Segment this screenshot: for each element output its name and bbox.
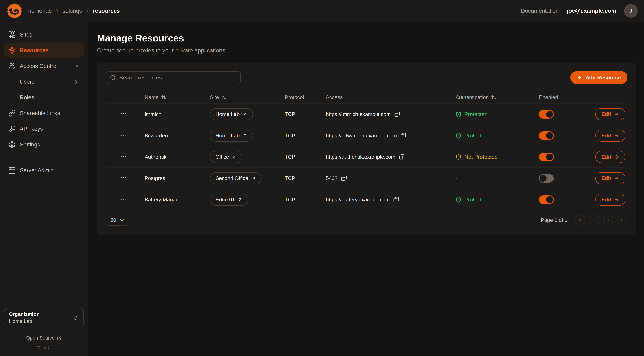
site-name: Office: [216, 154, 229, 160]
sidebar-item-roles[interactable]: Roles: [4, 90, 84, 105]
column-header-name[interactable]: Name: [144, 94, 210, 100]
sites-icon: [8, 31, 16, 38]
page-info: Page 1 of 1: [541, 217, 568, 223]
site-chip[interactable]: Home Lab: [210, 108, 253, 120]
avatar[interactable]: J: [624, 4, 638, 18]
resource-name: Authentik: [144, 154, 210, 160]
arrow-up-right-icon: [232, 154, 237, 159]
chevron-down-icon: [73, 63, 79, 69]
site-chip[interactable]: Office: [210, 151, 242, 163]
column-header-access: Access: [326, 94, 456, 100]
table-row: Authentik Office TCP https://authentik.e…: [106, 146, 628, 168]
edit-button[interactable]: Edit: [595, 151, 625, 163]
row-menu-button[interactable]: [120, 196, 126, 202]
copy-icon[interactable]: [393, 197, 399, 202]
access-url: 5432: [326, 175, 338, 181]
copy-icon[interactable]: [399, 154, 405, 160]
sidebar-item-api-keys[interactable]: API Keys: [4, 122, 84, 136]
sidebar-item-sites[interactable]: Sites: [4, 28, 84, 42]
site-chip[interactable]: Second Office: [210, 172, 262, 184]
users-icon: [8, 62, 16, 70]
sidebar-item-shareable-links[interactable]: Shareable Links: [4, 106, 84, 120]
site-chip[interactable]: Home Lab: [210, 130, 253, 142]
authentication-status: Protected: [456, 196, 539, 203]
organization-selector[interactable]: Organization Home Lab: [4, 308, 84, 327]
enabled-toggle[interactable]: [539, 132, 554, 140]
authentication-status: Protected: [456, 132, 539, 139]
column-header-protocol: Protocol: [285, 94, 326, 100]
arrow-up-right-icon: [242, 112, 247, 117]
documentation-link[interactable]: Documentation: [521, 8, 559, 14]
version-label: v1.3.0: [4, 345, 84, 350]
breadcrumb-org[interactable]: home-lab: [28, 8, 52, 14]
resource-name: Battery Manager: [144, 197, 210, 202]
sidebar-item-settings[interactable]: Settings: [4, 137, 84, 152]
copy-icon[interactable]: [394, 112, 400, 117]
open-source-link[interactable]: Open Source: [26, 335, 62, 341]
organization-value: Home Lab: [9, 318, 73, 324]
previous-page-button[interactable]: [589, 215, 599, 226]
arrow-right-icon: [614, 176, 619, 181]
search-input[interactable]: [106, 71, 241, 84]
link-icon: [8, 110, 16, 117]
sidebar-item-label: API Keys: [20, 126, 79, 132]
column-header-authentication[interactable]: Authentication: [456, 94, 539, 100]
authentication-status: -: [456, 175, 539, 182]
next-page-button[interactable]: [603, 215, 614, 226]
copy-icon[interactable]: [400, 133, 406, 138]
server-icon: [8, 167, 16, 174]
edit-label: Edit: [601, 133, 611, 138]
sidebar-item-label: Settings: [20, 141, 79, 148]
sidebar-item-server-admin[interactable]: Server Admin: [4, 163, 84, 178]
shield-icon: [456, 197, 462, 203]
edit-label: Edit: [601, 111, 611, 117]
sidebar-item-label: Sites: [20, 32, 79, 38]
enabled-toggle[interactable]: [539, 153, 554, 161]
edit-label: Edit: [601, 154, 611, 160]
column-header-site[interactable]: Site: [210, 94, 285, 100]
arrow-right-icon: [614, 112, 619, 117]
add-resource-button[interactable]: Add Resource: [570, 71, 628, 84]
access-url: https://battery.example.com: [326, 197, 390, 202]
user-email[interactable]: joe@example.com: [567, 8, 616, 14]
shield-icon: [456, 133, 462, 139]
edit-button[interactable]: Edit: [595, 108, 625, 120]
breadcrumb-settings[interactable]: settings: [62, 8, 82, 14]
site-chip[interactable]: Edge 01: [210, 194, 248, 206]
page-title: Manage Resources: [97, 32, 636, 44]
sidebar-item-label: Users: [20, 78, 69, 85]
sidebar-item-resources[interactable]: Resources: [4, 43, 84, 58]
edit-button[interactable]: Edit: [595, 194, 625, 206]
protocol-value: TCP: [285, 133, 326, 138]
row-menu-button[interactable]: [120, 174, 126, 181]
first-page-button[interactable]: [575, 215, 585, 226]
authentication-status: Protected: [456, 111, 539, 118]
chevrons-left-icon: [578, 218, 582, 222]
sidebar-item-label: Resources: [20, 47, 79, 54]
table-body: Immich Home Lab TCP https://immich.examp…: [106, 103, 628, 210]
edit-button[interactable]: Edit: [595, 130, 625, 142]
row-menu-button[interactable]: [120, 153, 126, 160]
breadcrumb-resources[interactable]: resources: [93, 8, 120, 14]
enabled-toggle[interactable]: [539, 110, 554, 118]
resource-name: Bitwarden: [144, 133, 210, 138]
edit-label: Edit: [601, 175, 611, 181]
row-menu-button[interactable]: [120, 110, 126, 117]
edit-button[interactable]: Edit: [595, 172, 625, 184]
enabled-toggle[interactable]: [539, 196, 554, 204]
chevrons-up-down-icon: [73, 315, 79, 321]
resource-name: Immich: [144, 111, 210, 117]
resource-name: Postgres: [144, 175, 210, 181]
sidebar-item-users[interactable]: Users: [4, 74, 84, 89]
last-page-button[interactable]: [617, 215, 628, 226]
page-size-select[interactable]: 20: [106, 214, 130, 226]
sidebar-item-label: Shareable Links: [20, 110, 79, 116]
enabled-toggle[interactable]: [539, 174, 554, 182]
table-row: Battery Manager Edge 01 TCP https://batt…: [106, 189, 628, 210]
row-menu-button[interactable]: [120, 132, 126, 138]
open-source-label: Open Source: [26, 335, 55, 341]
pangolin-logo-icon[interactable]: [6, 3, 22, 19]
sidebar-item-access-control[interactable]: Access Control: [4, 59, 84, 73]
site-name: Home Lab: [216, 111, 240, 117]
copy-icon[interactable]: [341, 176, 347, 181]
